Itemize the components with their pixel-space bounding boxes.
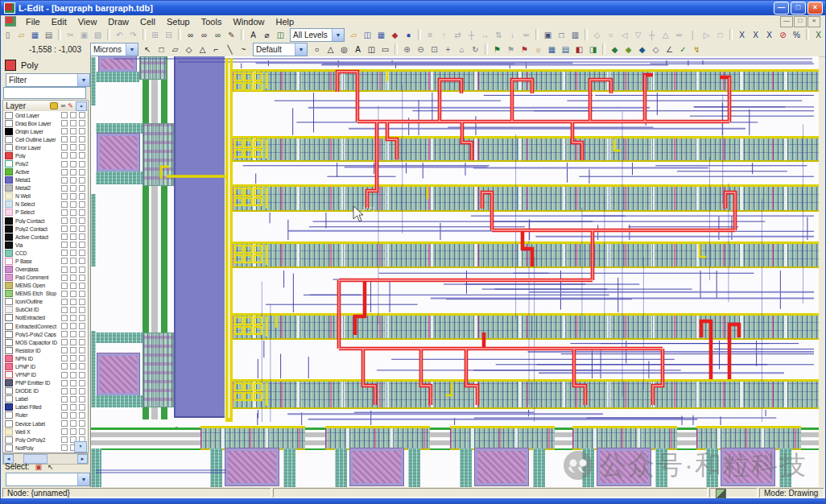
active-layer-indicator[interactable]: Poly	[5, 60, 38, 71]
layer-row[interactable]: VPNP ID	[3, 371, 88, 379]
chevron-down-icon[interactable]: ▼	[77, 74, 89, 86]
polygon-90-tool-button[interactable]: ▱	[168, 43, 182, 56]
layer-row[interactable]: Label	[3, 395, 88, 403]
grow-select-button[interactable]: X	[812, 28, 825, 41]
select-combobox[interactable]: ▼	[6, 473, 90, 486]
node-trace-blue-button[interactable]: ◆	[635, 43, 649, 56]
layer-checkbox[interactable]	[70, 323, 76, 329]
menu-cell[interactable]: Cell	[134, 16, 161, 27]
layer-checkbox[interactable]	[79, 388, 85, 395]
layer-checkbox[interactable]	[61, 339, 68, 345]
layer-checkbox[interactable]	[79, 209, 85, 216]
redraw-button[interactable]: ↻	[469, 43, 482, 56]
layer-checkbox[interactable]	[70, 412, 76, 419]
wheel-button[interactable]: ☼	[531, 43, 545, 56]
layer-checkbox[interactable]	[70, 152, 76, 159]
scroll-up-button[interactable]: ▲	[76, 101, 87, 111]
layer-row[interactable]: Drag Box Layer	[3, 119, 88, 127]
move-by-button[interactable]: ┼	[645, 28, 659, 41]
select-poly-button[interactable]: X	[762, 28, 776, 41]
layer-checkbox[interactable]	[79, 275, 85, 281]
layer-row[interactable]: NotExtracted	[3, 314, 88, 322]
scroll-right-button[interactable]: ►	[77, 454, 88, 464]
menu-file[interactable]: File	[20, 16, 46, 27]
layer-checkbox[interactable]	[61, 283, 68, 289]
layer-checkbox[interactable]	[79, 161, 85, 167]
layer-checkbox[interactable]	[79, 315, 85, 321]
wire-90-tool-button[interactable]: ⌐	[209, 43, 223, 56]
layer-row[interactable]: P Select	[3, 209, 88, 217]
layer-checkbox[interactable]	[61, 136, 68, 143]
layer-checkbox[interactable]	[70, 250, 76, 256]
save-file-button[interactable]: ▦	[28, 28, 42, 41]
instance-cell-button[interactable]: ◫	[361, 28, 374, 41]
menu-help[interactable]: Help	[271, 16, 300, 27]
layer-checkbox[interactable]	[61, 363, 68, 370]
layer-checkbox[interactable]	[61, 128, 68, 134]
layer-row[interactable]: Pad Comment	[3, 274, 88, 282]
layer-checkbox[interactable]	[79, 128, 85, 134]
wire-style-combobox[interactable]: Default ▼	[253, 43, 308, 56]
layer-checkbox[interactable]	[79, 428, 85, 435]
layer-checkbox[interactable]	[70, 225, 76, 232]
layer-checkbox[interactable]	[70, 388, 76, 395]
cut-button[interactable]: ✂	[64, 28, 77, 41]
flag-red-button[interactable]: ⚑	[518, 43, 531, 56]
box-tool-button[interactable]: □	[155, 43, 168, 56]
layer-checkbox[interactable]	[79, 152, 85, 159]
layer-row[interactable]: MEMS Open	[3, 282, 88, 290]
layer-row[interactable]: ExtractedConnect	[3, 322, 88, 330]
find-button[interactable]: ∞	[184, 28, 197, 41]
layer-row[interactable]: Metal1	[3, 176, 88, 184]
layer-checkbox[interactable]	[70, 307, 76, 313]
align-middle-button[interactable]: ═	[519, 28, 533, 41]
layer-checkbox[interactable]	[70, 299, 76, 305]
new-file-button[interactable]: ▯	[1, 28, 14, 41]
layer-checkbox[interactable]	[61, 152, 68, 159]
layer-checkbox[interactable]	[79, 323, 85, 329]
layer-row[interactable]: Poly Contact	[3, 217, 88, 225]
layer-row[interactable]: SubCkt ID	[3, 306, 88, 314]
zoom-out-button[interactable]: ⊖	[414, 43, 427, 56]
layer-checkbox[interactable]	[61, 185, 68, 192]
layer-row[interactable]: Device Label	[3, 419, 88, 428]
layout-canvas[interactable]: Core	[91, 56, 819, 487]
flag-gray-button[interactable]: ⚑	[504, 43, 518, 56]
chevron-down-icon[interactable]: ▼	[295, 43, 307, 56]
flip-h-button[interactable]: ◁	[617, 28, 631, 41]
layer-checkbox[interactable]	[79, 331, 85, 337]
layer-checkbox[interactable]	[70, 169, 76, 176]
layer-row[interactable]: MEMS Etch_Stop	[3, 290, 88, 298]
layer-checkbox[interactable]	[79, 339, 85, 345]
layer-checkbox[interactable]	[79, 258, 85, 264]
layer-checkbox[interactable]	[70, 120, 76, 126]
layer-checkbox[interactable]	[61, 209, 68, 216]
layer-checkbox[interactable]	[79, 201, 85, 208]
layer-row[interactable]: Ruler	[3, 411, 88, 419]
layer-checkbox[interactable]	[61, 177, 68, 184]
layer-checkbox[interactable]	[79, 266, 85, 273]
layer-checkbox[interactable]	[79, 225, 85, 232]
zoom-box-button[interactable]: ⊞	[148, 28, 162, 41]
align-swap-button[interactable]: ⇄	[451, 28, 465, 41]
layer-row[interactable]: CCD	[3, 249, 88, 257]
node-trace-lime-button[interactable]: ◆	[622, 43, 635, 56]
layer-checkbox[interactable]	[61, 201, 68, 208]
grid-snap-button[interactable]: ▦	[545, 43, 559, 56]
layer-checkbox[interactable]	[70, 283, 76, 289]
menu-setup[interactable]: Setup	[161, 16, 196, 27]
paste-button[interactable]: ▧	[91, 28, 105, 41]
layer-checkbox[interactable]	[61, 420, 68, 427]
text-size-button[interactable]: A	[246, 28, 260, 41]
layer-checkbox[interactable]	[61, 436, 68, 443]
layer-checkbox[interactable]	[70, 275, 76, 281]
layer-row[interactable]: N Well	[3, 192, 88, 200]
layer-checkbox[interactable]	[79, 355, 85, 361]
layer-checkbox[interactable]	[70, 209, 76, 216]
layer-checkbox[interactable]	[70, 372, 76, 378]
layer-checkbox[interactable]	[61, 242, 68, 248]
boolean-ops-button[interactable]: □	[713, 28, 727, 41]
layer-checkbox[interactable]	[79, 136, 85, 143]
menu-view[interactable]: View	[72, 16, 103, 27]
layer-checkbox[interactable]	[61, 372, 68, 378]
